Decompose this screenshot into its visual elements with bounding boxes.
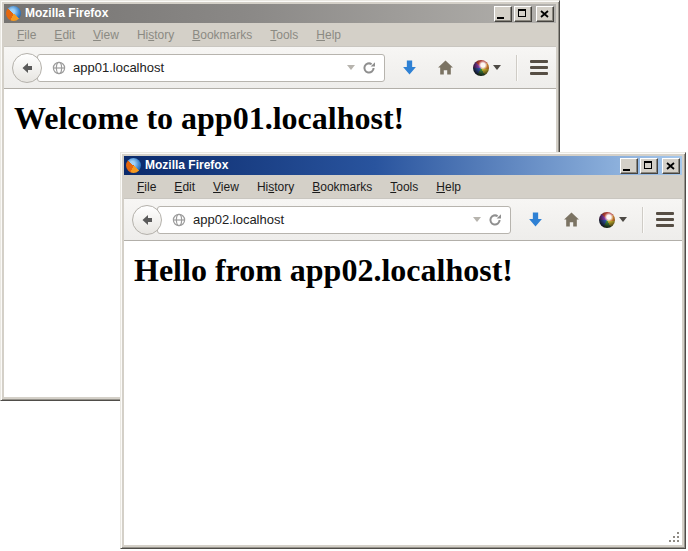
firefox-logo-icon [126, 158, 141, 173]
home-icon [437, 59, 454, 76]
menu-history[interactable]: History [130, 26, 181, 44]
toolbar-buttons [401, 55, 548, 81]
navigation-toolbar: app02.localhost [124, 198, 682, 241]
resize-grip[interactable] [669, 532, 681, 544]
close-button[interactable] [662, 158, 680, 174]
back-arrow-icon [139, 212, 155, 228]
hamburger-icon [530, 60, 548, 63]
menu-tools[interactable]: Tools [383, 178, 425, 196]
back-button[interactable] [132, 205, 162, 235]
close-icon [540, 10, 549, 18]
menu-file[interactable]: File [130, 178, 163, 196]
addon-dropdown-icon [493, 65, 501, 70]
title-bar[interactable]: Mozilla Firefox [124, 156, 682, 175]
menu-view[interactable]: View [206, 178, 246, 196]
minimize-icon [497, 17, 504, 19]
window-controls [494, 6, 554, 22]
maximize-icon [644, 161, 652, 169]
site-identity-globe-icon [172, 213, 186, 227]
toolbar-buttons [527, 207, 674, 233]
addon-button[interactable] [473, 60, 501, 76]
url-bar[interactable]: app02.localhost [157, 206, 511, 234]
menu-button[interactable] [656, 212, 674, 227]
close-button[interactable] [536, 6, 554, 22]
download-button[interactable] [401, 59, 418, 76]
home-icon [563, 211, 580, 228]
page-content: Hello from app02.localhost! [124, 241, 682, 545]
reload-icon[interactable] [362, 61, 376, 75]
firefox-logo-icon [6, 6, 21, 21]
urlbar-dropdown-icon[interactable] [347, 65, 355, 70]
navigation-toolbar: app01.localhost [4, 46, 556, 89]
hamburger-icon [656, 212, 674, 215]
addon-button[interactable] [599, 212, 627, 228]
back-button[interactable] [12, 53, 42, 83]
menu-bar: File Edit View History Bookmarks Tools H… [4, 23, 556, 46]
maximize-button[interactable] [514, 6, 532, 22]
maximize-button[interactable] [640, 158, 658, 174]
menu-help[interactable]: Help [309, 26, 348, 44]
url-text[interactable]: app01.localhost [73, 60, 340, 75]
home-button[interactable] [437, 59, 454, 76]
color-wheel-icon [599, 212, 615, 228]
menu-bookmarks[interactable]: Bookmarks [185, 26, 259, 44]
desktop: Mozilla Firefox File Edit View History B… [0, 0, 688, 551]
maximize-icon [518, 9, 526, 17]
close-icon [666, 162, 675, 170]
color-wheel-icon [473, 60, 489, 76]
page-heading: Welcome to app01.localhost! [14, 100, 556, 137]
site-identity-globe-icon [52, 61, 66, 75]
urlbar-dropdown-icon[interactable] [473, 217, 481, 222]
menu-history[interactable]: History [250, 178, 301, 196]
download-icon [527, 211, 544, 228]
menu-bar: File Edit View History Bookmarks Tools H… [124, 175, 682, 198]
page-heading: Hello from app02.localhost! [134, 252, 682, 289]
toolbar-separator [516, 55, 517, 81]
addon-dropdown-icon [619, 217, 627, 222]
minimize-icon [623, 169, 630, 171]
toolbar-separator [642, 207, 643, 233]
minimize-button[interactable] [494, 6, 512, 22]
menu-tools[interactable]: Tools [263, 26, 305, 44]
back-arrow-icon [19, 60, 35, 76]
browser-window-app02: Mozilla Firefox File Edit View History B… [120, 152, 686, 549]
download-button[interactable] [527, 211, 544, 228]
menu-view[interactable]: View [86, 26, 126, 44]
reload-icon[interactable] [488, 213, 502, 227]
title-bar[interactable]: Mozilla Firefox [4, 4, 556, 23]
window-title: Mozilla Firefox [25, 4, 490, 23]
menu-edit[interactable]: Edit [167, 178, 202, 196]
menu-help[interactable]: Help [429, 178, 468, 196]
menu-bookmarks[interactable]: Bookmarks [305, 178, 379, 196]
home-button[interactable] [563, 211, 580, 228]
url-text[interactable]: app02.localhost [193, 212, 466, 227]
menu-button[interactable] [530, 60, 548, 75]
url-bar[interactable]: app01.localhost [37, 54, 385, 82]
window-controls [620, 158, 680, 174]
download-icon [401, 59, 418, 76]
window-title: Mozilla Firefox [145, 156, 616, 175]
minimize-button[interactable] [620, 158, 638, 174]
menu-edit[interactable]: Edit [47, 26, 82, 44]
menu-file[interactable]: File [10, 26, 43, 44]
